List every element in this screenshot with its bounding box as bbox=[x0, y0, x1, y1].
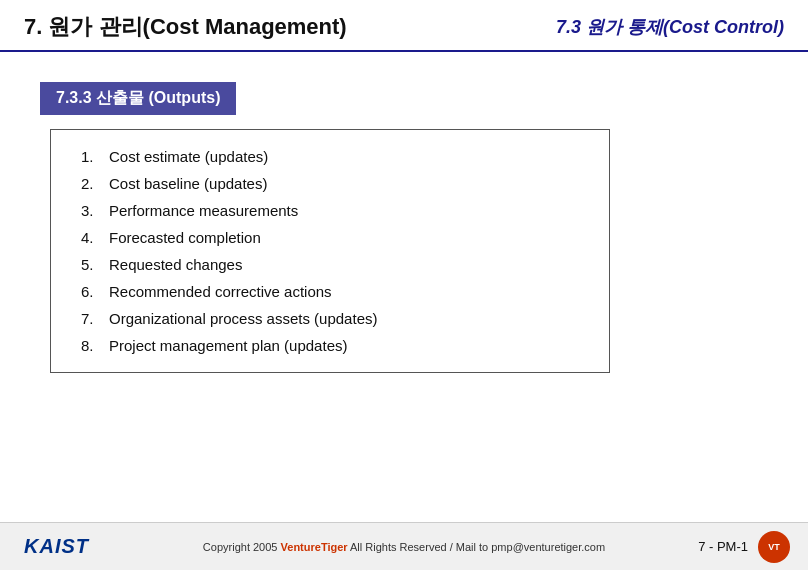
list-item: 7.Organizational process assets (updates… bbox=[81, 310, 579, 327]
list-item: 2.Cost baseline (updates) bbox=[81, 175, 579, 192]
kaist-logo: KAIST bbox=[24, 535, 89, 558]
item-text: Organizational process assets (updates) bbox=[109, 310, 377, 327]
copyright-text: Copyright 2005 VentureTiger All Rights R… bbox=[203, 541, 605, 553]
list-item: 8.Project management plan (updates) bbox=[81, 337, 579, 354]
footer: KAIST Copyright 2005 VentureTiger All Ri… bbox=[0, 522, 808, 570]
list-item: 1.Cost estimate (updates) bbox=[81, 148, 579, 165]
output-list: 1.Cost estimate (updates)2.Cost baseline… bbox=[81, 148, 579, 354]
list-item: 3.Performance measurements bbox=[81, 202, 579, 219]
item-text: Forecasted completion bbox=[109, 229, 261, 246]
item-number: 4. bbox=[81, 229, 109, 246]
item-number: 8. bbox=[81, 337, 109, 354]
section-title: 7.3 원가 통제(Cost Control) bbox=[556, 15, 784, 39]
list-item: 6.Recommended corrective actions bbox=[81, 283, 579, 300]
item-text: Requested changes bbox=[109, 256, 242, 273]
outputs-box: 1.Cost estimate (updates)2.Cost baseline… bbox=[50, 129, 610, 373]
list-item: 5.Requested changes bbox=[81, 256, 579, 273]
copyright-highlight: VentureTiger bbox=[281, 541, 348, 553]
item-number: 5. bbox=[81, 256, 109, 273]
page-title: 7. 원가 관리(Cost Management) bbox=[24, 12, 347, 42]
item-text: Project management plan (updates) bbox=[109, 337, 347, 354]
item-text: Cost baseline (updates) bbox=[109, 175, 267, 192]
main-content: 7.3.3 산출물 (Outputs) 1.Cost estimate (upd… bbox=[0, 52, 808, 393]
item-text: Performance measurements bbox=[109, 202, 298, 219]
item-number: 7. bbox=[81, 310, 109, 327]
section-heading: 7.3.3 산출물 (Outputs) bbox=[40, 82, 236, 115]
item-text: Recommended corrective actions bbox=[109, 283, 332, 300]
item-text: Cost estimate (updates) bbox=[109, 148, 268, 165]
item-number: 6. bbox=[81, 283, 109, 300]
vt-logo-circle: VT bbox=[758, 531, 790, 563]
header: 7. 원가 관리(Cost Management) 7.3 원가 통제(Cost… bbox=[0, 0, 808, 52]
item-number: 2. bbox=[81, 175, 109, 192]
slide: 7. 원가 관리(Cost Management) 7.3 원가 통제(Cost… bbox=[0, 0, 808, 570]
item-number: 1. bbox=[81, 148, 109, 165]
list-item: 4.Forecasted completion bbox=[81, 229, 579, 246]
item-number: 3. bbox=[81, 202, 109, 219]
venturetiger-logo: VT bbox=[756, 529, 792, 565]
page-number: 7 - PM-1 bbox=[698, 539, 748, 554]
